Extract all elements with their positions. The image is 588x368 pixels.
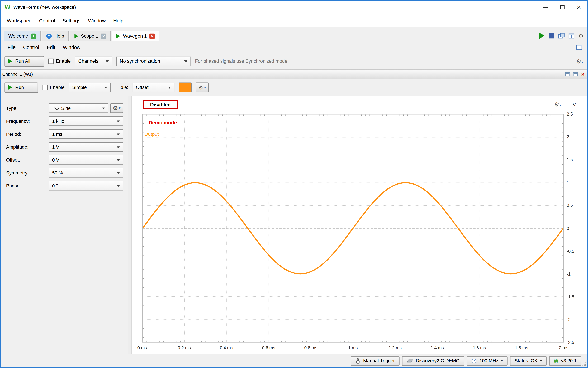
waveform-settings-panel: Type: Sine ⚙ ▾ Frequency: — [1, 96, 128, 354]
channels-select[interactable]: Channels — [75, 56, 112, 66]
restore-panel-icon[interactable] — [565, 72, 570, 76]
device-button[interactable]: Discovery2 C DEMO — [402, 356, 464, 366]
add-instrument-icon[interactable]: + — [31, 34, 36, 39]
symmetry-value: 50 % — [52, 170, 63, 175]
enable-channel-label: Enable — [50, 85, 65, 90]
window-controls: × — [537, 1, 587, 14]
phase-value: 0 ° — [52, 183, 58, 188]
sine-wave-icon — [52, 106, 59, 110]
panel-splitter[interactable] — [128, 96, 132, 354]
gear-icon[interactable]: ⚙ — [578, 33, 584, 38]
type-settings-button[interactable]: ⚙ ▾ — [110, 103, 123, 113]
run-button[interactable]: Run — [4, 82, 38, 92]
plot-header: Disabled ⚙ ▾ V — [132, 100, 587, 112]
x-tick-label: 1.8 ms — [515, 346, 528, 350]
y-tick-label: -0.5 — [567, 249, 574, 253]
menu-file[interactable]: File — [4, 42, 19, 52]
scaled-viewport: W WaveForms (new workspace) × Workspace … — [0, 0, 588, 368]
menu-control-2[interactable]: Control — [19, 42, 43, 52]
menu-window[interactable]: Window — [84, 15, 109, 26]
mode-select[interactable]: Simple — [69, 83, 110, 92]
app-logo-icon: W — [554, 358, 558, 364]
close-tab-icon[interactable]: × — [101, 34, 106, 39]
demo-mode-label: Demo mode — [149, 120, 177, 125]
clock-icon — [471, 358, 477, 363]
menu-workspace[interactable]: Workspace — [3, 15, 36, 26]
chevron-down-icon: ▾ — [204, 86, 206, 89]
period-select[interactable]: 1 ms — [49, 129, 123, 139]
close-tab-icon[interactable]: × — [149, 34, 155, 39]
synchronization-select[interactable]: No synchronization — [116, 56, 191, 66]
chevron-down-icon: ▾ — [582, 61, 584, 64]
channel-color-swatch[interactable] — [178, 83, 191, 92]
chevron-down-icon — [168, 87, 171, 89]
menu-control[interactable]: Control — [35, 15, 59, 26]
run-all-instruments-icon[interactable] — [539, 33, 545, 39]
type-select[interactable]: Sine — [49, 103, 109, 113]
run-all-button[interactable]: Run All — [4, 56, 44, 66]
form-row-offset: Offset: 0 V — [6, 155, 123, 165]
tab-help-label: Help — [54, 34, 64, 39]
resize-grip[interactable] — [585, 365, 586, 366]
enable-channel-checkbox[interactable] — [42, 85, 47, 90]
run-all-label: Run All — [15, 59, 30, 64]
maximize-panel-icon[interactable] — [573, 72, 578, 76]
channel-settings-button[interactable]: ⚙ ▾ — [196, 83, 208, 92]
status-button[interactable]: Status: OK ▾ — [510, 356, 546, 366]
idle-select[interactable]: Offset — [133, 83, 174, 92]
frequency-select[interactable]: 1 kHz — [49, 116, 123, 126]
device-label: Discovery2 C DEMO — [416, 358, 460, 364]
symmetry-select[interactable]: 50 % — [49, 168, 123, 178]
cascade-windows-icon[interactable] — [558, 33, 564, 38]
chevron-down-icon — [106, 60, 109, 62]
x-tick-label: 1.4 ms — [431, 346, 444, 350]
tab-welcome[interactable]: Welcome + — [4, 31, 41, 41]
channel-title: Channel 1 (W1) — [2, 72, 33, 76]
form-row-symmetry: Symmetry: 50 % — [6, 168, 123, 178]
idle-value: Offset — [136, 85, 149, 90]
play-icon — [8, 59, 12, 64]
enable-all-checkbox-wrap: Enable — [48, 59, 71, 64]
undock-icon[interactable] — [576, 45, 582, 50]
version-button[interactable]: W v3.20.1 — [549, 356, 581, 366]
menu-help[interactable]: Help — [109, 15, 127, 26]
tab-wavegen-1[interactable]: Wavegen 1 × — [112, 31, 159, 41]
tab-scope-1[interactable]: Scope 1 × — [70, 31, 111, 41]
hand-icon — [356, 358, 361, 364]
chevron-down-icon — [117, 133, 120, 135]
menu-edit[interactable]: Edit — [43, 42, 59, 52]
maximize-button[interactable] — [554, 1, 570, 14]
type-label: Type: — [6, 106, 49, 111]
offset-select[interactable]: 0 V — [49, 155, 123, 165]
x-tick-label: 0.6 ms — [262, 346, 275, 350]
titlebar: W WaveForms (new workspace) × — [1, 1, 587, 14]
toolbar-settings-button[interactable]: ⚙ ▾ — [576, 58, 584, 64]
tab-help[interactable]: ? Help — [42, 31, 69, 41]
minimize-button[interactable] — [537, 1, 554, 14]
close-icon: × — [577, 4, 581, 11]
plot-canvas[interactable]: Demo mode Output — [142, 114, 564, 343]
close-button[interactable]: × — [570, 1, 587, 14]
manual-trigger-button[interactable]: Manual Trigger — [351, 356, 399, 366]
menu-settings[interactable]: Settings — [59, 15, 84, 26]
output-legend-label: Output — [145, 131, 159, 137]
form-row-amplitude: Amplitude: 1 V — [6, 142, 123, 152]
stop-all-icon[interactable] — [549, 33, 554, 38]
tile-windows-icon[interactable] — [569, 33, 574, 38]
period-value: 1 ms — [52, 131, 62, 137]
chevron-down-icon — [104, 87, 107, 89]
channel-toolbar: Run Enable Simple Idle: Offset ⚙ ▾ — [1, 79, 587, 96]
close-channel-icon[interactable]: × — [581, 72, 584, 77]
enable-all-checkbox[interactable] — [48, 59, 54, 64]
menu-window-2[interactable]: Window — [59, 42, 84, 52]
frequency-button[interactable]: 100 MHz ▾ — [467, 356, 507, 366]
amplitude-select[interactable]: 1 V — [49, 142, 123, 152]
x-tick-label: 0.8 ms — [304, 346, 317, 350]
phase-select[interactable]: 0 ° — [49, 181, 123, 190]
app-logo-icon: W — [4, 4, 10, 11]
mode-value: Simple — [72, 85, 87, 90]
x-axis-labels: 0 ms0.2 ms0.4 ms0.6 ms0.8 ms1 ms1.2 ms1.… — [142, 343, 564, 352]
y-tick-label: 1.5 — [567, 157, 573, 162]
window-title: WaveForms (new workspace) — [13, 4, 76, 10]
plot-settings-button[interactable]: ⚙ ▾ — [554, 101, 561, 107]
